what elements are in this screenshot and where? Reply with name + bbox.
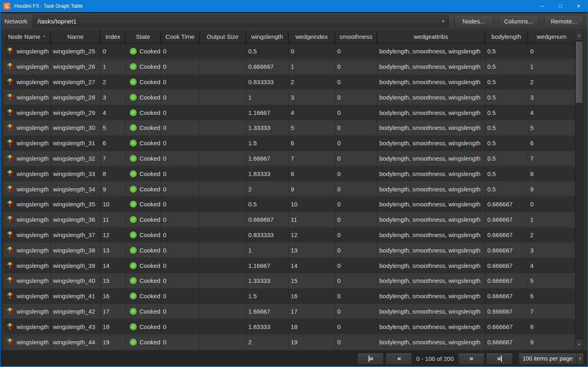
cooked-check-icon: ✓ — [130, 78, 137, 85]
table-row[interactable]: wingslengthwingslength_4116✓Cooked01.516… — [4, 289, 575, 304]
bodylength-cell: 0.5 — [485, 74, 528, 90]
index-cell: 2 — [101, 74, 126, 90]
table-row[interactable]: wingslengthwingslength_272✓Cooked00.8333… — [4, 74, 575, 90]
window-title: Houdini FX - Task Graph Table — [14, 3, 533, 9]
header-wingslength[interactable]: wingslength — [246, 30, 289, 44]
state-cell: ✓Cooked — [126, 319, 161, 334]
cooked-check-icon: ✓ — [130, 109, 137, 116]
table-row[interactable]: wingslengthwingslength_250✓Cooked00.500b… — [4, 44, 575, 59]
cook-time-cell: 0 — [161, 242, 200, 258]
state-cell: ✓Cooked — [126, 74, 161, 90]
table-row[interactable]: wingslengthwingslength_3510✓Cooked00.510… — [4, 197, 575, 212]
header-name[interactable]: Name — [51, 30, 101, 44]
cooked-check-icon: ✓ — [130, 231, 137, 238]
state-cell: ✓Cooked — [126, 89, 161, 105]
columns-button[interactable]: Columns... — [499, 15, 539, 28]
table-row[interactable]: wingslengthwingslength_305✓Cooked01.3333… — [4, 120, 575, 136]
cook-time-cell: 0 — [161, 181, 200, 197]
app-window: Houdini FX - Task Graph Table — □ ✕ Netw… — [0, 0, 588, 367]
maximize-icon[interactable]: □ — [551, 0, 569, 12]
smoothness-cell: 0 — [335, 74, 377, 90]
wingslength-cell: 2 — [246, 334, 289, 350]
header-output-size[interactable]: Output Size — [200, 30, 246, 44]
table-row[interactable]: wingslengthwingslength_3611✓Cooked00.666… — [4, 212, 575, 227]
cook-time-cell: 0 — [161, 136, 200, 151]
output-size-cell — [200, 166, 246, 181]
bodylength-cell: 0.5 — [485, 44, 528, 59]
wedgeattribs-cell: bodylength, smoothness, wingslength — [377, 319, 485, 334]
node-name-cell: wingslength — [4, 74, 51, 90]
first-page-button[interactable]: |« — [357, 353, 384, 365]
wedgeindex-cell: 18 — [289, 319, 335, 334]
header-cook-time[interactable]: Cook Time — [161, 30, 200, 44]
remote-button[interactable]: Remote... — [544, 15, 584, 28]
table-row[interactable]: wingslengthwingslength_4217✓Cooked01.666… — [4, 304, 575, 319]
header-index[interactable]: Index — [101, 30, 126, 44]
wingslength-cell: 2 — [246, 181, 289, 197]
table-row[interactable]: wingslengthwingslength_4419✓Cooked02190b… — [4, 334, 575, 350]
wedgeindex-cell: 19 — [289, 334, 335, 350]
table-row[interactable]: wingslengthwingslength_261✓Cooked00.6666… — [4, 59, 575, 74]
node-name-cell: wingslength — [4, 273, 51, 289]
table-row[interactable]: wingslengthwingslength_3914✓Cooked01.166… — [4, 258, 575, 273]
scroll-up-icon[interactable]: ▲ — [575, 30, 583, 40]
index-cell: 13 — [101, 242, 126, 258]
wedgeindex-cell: 3 — [289, 89, 335, 105]
state-cell: ✓Cooked — [126, 151, 161, 166]
items-per-page-dropdown[interactable]: 100 items per page ▼ — [518, 353, 584, 365]
node-name-cell: wingslength — [4, 319, 51, 334]
task-table: Node Name ▼ Name Index State Cook Time O… — [4, 30, 575, 350]
index-cell: 11 — [101, 212, 126, 227]
cook-time-cell: 0 — [161, 258, 200, 273]
wedgeattribs-cell: bodylength, smoothness, wingslength — [377, 334, 485, 350]
node-name-cell: wingslength — [4, 59, 51, 74]
table-row[interactable]: wingslengthwingslength_327✓Cooked01.6666… — [4, 151, 575, 166]
bodylength-cell: 0.666667 — [485, 289, 528, 304]
next-page-button[interactable]: » — [458, 353, 484, 365]
wedgeattribs-cell: bodylength, smoothness, wingslength — [377, 242, 485, 258]
table-row[interactable]: wingslengthwingslength_316✓Cooked01.560b… — [4, 136, 575, 151]
name-cell: wingslength_34 — [51, 181, 101, 197]
bodylength-cell: 0.666667 — [485, 273, 528, 289]
header-wedgeattribs[interactable]: wedgeattribs — [377, 30, 485, 44]
header-smoothness[interactable]: smoothness — [335, 30, 377, 44]
state-cell: ✓Cooked — [126, 120, 161, 136]
smoothness-cell: 0 — [335, 166, 377, 181]
table-row[interactable]: wingslengthwingslength_3813✓Cooked01130b… — [4, 242, 575, 258]
table-row[interactable]: wingslengthwingslength_349✓Cooked0290bod… — [4, 181, 575, 197]
header-node-name[interactable]: Node Name ▼ — [4, 30, 51, 44]
table-row[interactable]: wingslengthwingslength_3712✓Cooked00.833… — [4, 227, 575, 243]
index-cell: 8 — [101, 166, 126, 181]
table-row[interactable]: wingslengthwingslength_338✓Cooked01.8333… — [4, 166, 575, 181]
scroll-down-icon[interactable]: ▼ — [575, 339, 583, 349]
last-page-button[interactable]: »| — [486, 353, 513, 365]
header-state[interactable]: State — [126, 30, 161, 44]
smoothness-cell: 0 — [335, 304, 377, 319]
network-path-input[interactable]: /tasks/topnet1 ▼ — [33, 15, 449, 28]
wedgeattribs-cell: bodylength, smoothness, wingslength — [377, 105, 485, 120]
nodes-button[interactable]: Nodes... — [454, 15, 493, 28]
state-cell: ✓Cooked — [126, 289, 161, 304]
wedgeindex-cell: 12 — [289, 227, 335, 243]
header-wedgeindex[interactable]: wedgeindex — [289, 30, 335, 44]
close-icon[interactable]: ✕ — [569, 0, 588, 12]
node-name-cell: wingslength — [4, 197, 51, 212]
header-wedgenum[interactable]: wedgenum — [528, 30, 575, 44]
wingslength-cell: 1.83333 — [246, 319, 289, 334]
table-body: wingslengthwingslength_250✓Cooked00.500b… — [4, 44, 575, 350]
table-row[interactable]: wingslengthwingslength_4318✓Cooked01.833… — [4, 319, 575, 334]
smoothness-cell: 0 — [335, 289, 377, 304]
previous-page-button[interactable]: « — [385, 353, 412, 365]
vertical-scrollbar[interactable]: ▲ ▼ — [575, 30, 583, 350]
wedgenum-cell: 2 — [528, 74, 575, 90]
minimize-icon[interactable]: — — [533, 0, 551, 12]
bodylength-cell: 0.5 — [485, 89, 528, 105]
smoothness-cell: 0 — [335, 319, 377, 334]
chevron-down-icon[interactable]: ▼ — [438, 16, 448, 27]
scrollbar-thumb[interactable] — [576, 42, 582, 103]
table-row[interactable]: wingslengthwingslength_4015✓Cooked01.333… — [4, 273, 575, 289]
table-row[interactable]: wingslengthwingslength_294✓Cooked01.1666… — [4, 105, 575, 120]
header-bodylength[interactable]: bodylength — [485, 30, 528, 44]
table-row[interactable]: wingslengthwingslength_283✓Cooked0130bod… — [4, 89, 575, 105]
wedge-node-icon — [6, 292, 14, 300]
